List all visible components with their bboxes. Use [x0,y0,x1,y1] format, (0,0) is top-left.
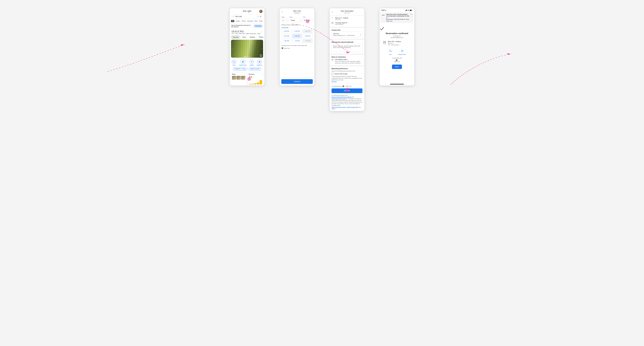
table-time-icon [396,59,398,61]
chevron-right-icon: ▸ [360,34,361,35]
location-icon: ➤ [385,10,386,11]
avatar[interactable] [259,10,262,13]
checkbox-icon[interactable] [332,73,334,75]
phone-google-result: Google All Images Videos Shopping News M… [230,8,264,85]
reserve-button[interactable]: Reserve [332,88,362,93]
see-more-link[interactable]: See more [332,81,337,82]
tt-tos-link[interactable]: Table Time's Terms of Use [332,98,345,99]
tab-photos[interactable]: Photos [258,36,264,39]
table-time-icon [282,47,283,49]
search-icon [232,15,234,17]
share-icon [251,61,252,63]
more-icon[interactable]: ⋯ [411,15,412,17]
search-bar[interactable] [231,14,263,19]
svg-rect-9 [261,16,261,16]
mkt-heading: Marketing preferences [332,68,362,69]
chevron-right-icon: › [245,73,246,75]
place-tabs: Overview Menu Reviews Photos [230,35,264,40]
website-button[interactable]: WEBSITE [257,60,262,66]
expand-icon[interactable] [260,55,262,56]
mkt-checkbox-row[interactable]: Reserve with Google [332,72,362,76]
back-button[interactable]: ← [281,11,284,13]
tab-overview[interactable]: Overview [231,36,240,39]
generate-button[interactable]: Generate [254,24,263,27]
sent-label: Email sent to [380,35,414,37]
place-title: OLIO E PIÙ [232,30,244,33]
time-select[interactable]: 6:30 PM▾ [303,18,312,22]
svg-point-10 [252,61,252,61]
continue-button[interactable]: Continue [281,79,313,84]
mic-icon[interactable] [258,15,259,17]
tab-reviews[interactable]: Reviews [248,36,257,39]
rwg-tos-link[interactable]: Reserve with Google Terms of Service [332,96,352,98]
photo-gallery[interactable]: ‹ › [231,40,263,58]
ai-overview-text: Get an AI-powered overview for this sear… [231,24,252,27]
tab-videos[interactable]: Videos [242,20,246,22]
directions-button[interactable]: DIRECTIONS [239,60,246,66]
menu-card[interactable]: Menu› [231,72,247,85]
lens-icon[interactable] [260,15,262,18]
gallery-next-icon[interactable]: › [262,48,262,50]
time-slot[interactable]: 5:30 PM [282,29,291,33]
gmail-icon [382,13,385,17]
call-button[interactable]: CALL [388,49,393,55]
time-slot: 7:30 PM [303,39,312,43]
order-online-button[interactable]: ORDER ONLINE [248,67,261,70]
time-slot[interactable]: 7:15 PM [292,39,302,43]
tab-images[interactable]: Images [236,20,240,22]
g-pp-link[interactable]: Google's Privacy Policy [346,106,358,108]
ai-overview-banner: Get an AI-powered overview for this sear… [230,23,264,29]
gallery-prev-icon[interactable]: ‹ [232,48,232,50]
party-select[interactable]: 2▾ [282,18,288,22]
action-buttons: CALL DIRECTIONS SHARE WEBSITE [230,58,264,67]
form-subtitle: Olio e Più [334,12,360,14]
tab-menu[interactable]: Menu [241,36,248,39]
picker-title: Olio e Più [284,10,310,12]
picker-subtitle: Restaurant [284,12,310,14]
tab-maps[interactable]: Maps [259,20,262,22]
wifi-icon [407,10,409,11]
home-indicator [390,84,404,84]
special-request-input[interactable] [332,44,362,52]
email-notification[interactable]: Table Time | Olio e Più Reservations You… [380,12,414,23]
svg-rect-5 [258,16,258,16]
back-button[interactable]: ← [331,11,334,13]
place-meta: 4.6 ★ (6K) · $50–100 · Italian restauran… [230,33,264,35]
phone-icon [390,50,392,52]
phone-icon [233,61,235,63]
battery-icon [410,10,412,11]
cutlery-icon: 🍴 [332,17,334,19]
tab-shopping[interactable]: Shopping [247,20,253,22]
time-slot[interactable]: 7:00 PM [282,39,291,43]
tab-all[interactable]: All [231,20,234,22]
share-button[interactable]: SHARE [250,60,254,66]
time-slot: 6:00 PM [303,29,312,33]
time-slot[interactable]: 6:15 PM [282,34,291,38]
globe-icon [258,61,260,63]
form-title: Your reservation [334,10,360,12]
svg-rect-17 [410,10,412,11]
directions-button[interactable]: DIRECTIONS [398,49,406,55]
time-slot[interactable]: 5:45 PM [292,29,302,33]
more-icon[interactable]: ⋮ [260,30,262,33]
calendar-icon [332,22,334,24]
done-button[interactable]: Done [392,64,402,69]
svg-rect-14 [332,22,333,24]
search-input[interactable] [235,15,256,17]
date-select[interactable]: Today▾ [290,18,302,22]
contact-card[interactable]: John Doe johndoe12@gmail.com + 1 458-849… [332,32,362,37]
tt-pp-link[interactable]: Table Time's Privacy Policy [332,106,346,108]
time-slot[interactable]: 6:45 PM [303,34,312,38]
cancel-icon [332,59,334,61]
call-button[interactable]: CALL [232,60,236,66]
section-label: OUTDOOR [280,26,314,29]
reserve-table-button[interactable]: RESERVE A TABLE [233,67,248,70]
choose-label: Please choose a time below: [280,24,314,26]
tab-news[interactable]: News [254,20,258,22]
reviews-card[interactable]: Reviews› 4.6 ★ (6K) 12345 [248,72,263,85]
time-slot[interactable]: 6:30 PM [292,34,302,38]
sent-email: johndoe12@gmail.com [380,37,414,38]
chevron-right-icon: › [262,73,262,75]
gallery-dots [244,56,250,57]
check-icon [380,26,384,31]
